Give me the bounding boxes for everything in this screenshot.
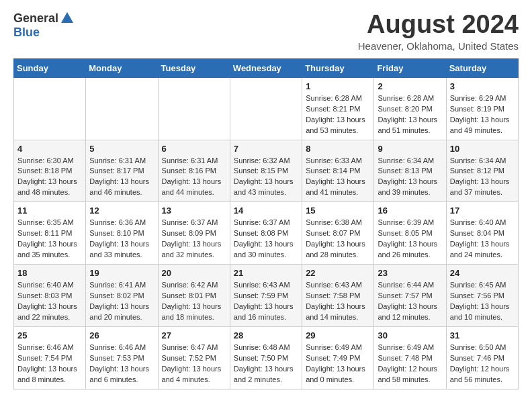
day-number: 11 bbox=[17, 205, 82, 216]
title-block: August 2024 Heavener, Oklahoma, United S… bbox=[358, 11, 519, 52]
cell-5-3: 27Sunrise: 6:47 AM Sunset: 7:52 PM Dayli… bbox=[158, 326, 230, 389]
day-number: 7 bbox=[234, 144, 298, 154]
day-number: 25 bbox=[17, 330, 82, 340]
day-number: 17 bbox=[450, 205, 515, 216]
logo-blue-text: Blue bbox=[13, 26, 40, 39]
cell-3-6: 16Sunrise: 6:39 AM Sunset: 8:05 PM Dayli… bbox=[374, 202, 446, 265]
day-number: 19 bbox=[89, 268, 154, 278]
day-info: Sunrise: 6:30 AM Sunset: 8:18 PM Dayligh… bbox=[17, 156, 82, 199]
cell-4-3: 20Sunrise: 6:42 AM Sunset: 8:01 PM Dayli… bbox=[158, 265, 230, 327]
day-info: Sunrise: 6:39 AM Sunset: 8:05 PM Dayligh… bbox=[378, 218, 442, 261]
day-info: Sunrise: 6:31 AM Sunset: 8:17 PM Dayligh… bbox=[89, 156, 154, 199]
day-number: 28 bbox=[234, 330, 298, 340]
day-number: 2 bbox=[378, 81, 442, 91]
cell-2-4: 7Sunrise: 6:32 AM Sunset: 8:15 PM Daylig… bbox=[230, 140, 302, 202]
cell-3-3: 13Sunrise: 6:37 AM Sunset: 8:09 PM Dayli… bbox=[158, 202, 230, 265]
cell-1-6: 2Sunrise: 6:28 AM Sunset: 8:20 PM Daylig… bbox=[374, 77, 446, 140]
col-thursday: Thursday bbox=[302, 58, 374, 77]
col-wednesday: Wednesday bbox=[230, 58, 302, 77]
day-info: Sunrise: 6:28 AM Sunset: 8:21 PM Dayligh… bbox=[306, 93, 370, 136]
day-info: Sunrise: 6:43 AM Sunset: 7:59 PM Dayligh… bbox=[234, 280, 298, 323]
svg-marker-0 bbox=[61, 12, 73, 23]
day-number: 20 bbox=[162, 268, 226, 278]
cell-2-7: 10Sunrise: 6:34 AM Sunset: 8:12 PM Dayli… bbox=[446, 140, 518, 202]
cell-4-4: 21Sunrise: 6:43 AM Sunset: 7:59 PM Dayli… bbox=[230, 265, 302, 327]
page-container: General Blue August 2024 Heavener, Oklah… bbox=[0, 0, 532, 400]
cell-4-6: 23Sunrise: 6:44 AM Sunset: 7:57 PM Dayli… bbox=[374, 265, 446, 327]
day-info: Sunrise: 6:41 AM Sunset: 8:02 PM Dayligh… bbox=[89, 280, 154, 323]
col-friday: Friday bbox=[374, 58, 446, 77]
cell-1-2 bbox=[86, 77, 158, 140]
day-info: Sunrise: 6:47 AM Sunset: 7:52 PM Dayligh… bbox=[162, 342, 226, 385]
day-info: Sunrise: 6:49 AM Sunset: 7:48 PM Dayligh… bbox=[378, 342, 442, 385]
day-number: 21 bbox=[234, 268, 298, 278]
day-info: Sunrise: 6:50 AM Sunset: 7:46 PM Dayligh… bbox=[450, 342, 515, 385]
day-number: 15 bbox=[306, 205, 370, 216]
cell-5-6: 30Sunrise: 6:49 AM Sunset: 7:48 PM Dayli… bbox=[374, 326, 446, 389]
cell-1-5: 1Sunrise: 6:28 AM Sunset: 8:21 PM Daylig… bbox=[302, 77, 374, 140]
cell-5-5: 29Sunrise: 6:49 AM Sunset: 7:49 PM Dayli… bbox=[302, 326, 374, 389]
day-info: Sunrise: 6:38 AM Sunset: 8:07 PM Dayligh… bbox=[306, 218, 370, 261]
logo: General Blue bbox=[13, 11, 75, 40]
day-number: 8 bbox=[306, 144, 370, 154]
day-number: 1 bbox=[306, 81, 370, 91]
day-number: 4 bbox=[17, 144, 82, 154]
cell-4-7: 24Sunrise: 6:45 AM Sunset: 7:56 PM Dayli… bbox=[446, 265, 518, 327]
day-number: 13 bbox=[162, 205, 226, 216]
week-row-3: 11Sunrise: 6:35 AM Sunset: 8:11 PM Dayli… bbox=[14, 202, 519, 265]
cell-2-3: 6Sunrise: 6:31 AM Sunset: 8:16 PM Daylig… bbox=[158, 140, 230, 202]
cell-1-3 bbox=[158, 77, 230, 140]
day-info: Sunrise: 6:37 AM Sunset: 8:08 PM Dayligh… bbox=[234, 218, 298, 261]
header: General Blue August 2024 Heavener, Oklah… bbox=[13, 11, 519, 52]
day-info: Sunrise: 6:43 AM Sunset: 7:58 PM Dayligh… bbox=[306, 280, 370, 323]
day-number: 5 bbox=[89, 144, 154, 154]
cell-1-4 bbox=[230, 77, 302, 140]
day-info: Sunrise: 6:40 AM Sunset: 8:03 PM Dayligh… bbox=[17, 280, 82, 323]
cell-2-2: 5Sunrise: 6:31 AM Sunset: 8:17 PM Daylig… bbox=[86, 140, 158, 202]
day-number: 29 bbox=[306, 330, 370, 340]
calendar-table: Sunday Monday Tuesday Wednesday Thursday… bbox=[13, 58, 519, 390]
cell-1-1 bbox=[14, 77, 86, 140]
day-number: 9 bbox=[378, 144, 442, 154]
cell-4-5: 22Sunrise: 6:43 AM Sunset: 7:58 PM Dayli… bbox=[302, 265, 374, 327]
day-info: Sunrise: 6:46 AM Sunset: 7:53 PM Dayligh… bbox=[89, 342, 154, 385]
day-info: Sunrise: 6:36 AM Sunset: 8:10 PM Dayligh… bbox=[89, 218, 154, 261]
col-monday: Monday bbox=[86, 58, 158, 77]
cell-3-5: 15Sunrise: 6:38 AM Sunset: 8:07 PM Dayli… bbox=[302, 202, 374, 265]
day-number: 16 bbox=[378, 205, 442, 216]
day-info: Sunrise: 6:34 AM Sunset: 8:13 PM Dayligh… bbox=[378, 156, 442, 199]
day-info: Sunrise: 6:29 AM Sunset: 8:19 PM Dayligh… bbox=[450, 93, 515, 136]
day-info: Sunrise: 6:49 AM Sunset: 7:49 PM Dayligh… bbox=[306, 342, 370, 385]
day-number: 22 bbox=[306, 268, 370, 278]
cell-5-4: 28Sunrise: 6:48 AM Sunset: 7:50 PM Dayli… bbox=[230, 326, 302, 389]
day-number: 3 bbox=[450, 81, 515, 91]
day-number: 30 bbox=[378, 330, 442, 340]
day-info: Sunrise: 6:34 AM Sunset: 8:12 PM Dayligh… bbox=[450, 156, 515, 199]
day-info: Sunrise: 6:46 AM Sunset: 7:54 PM Dayligh… bbox=[17, 342, 82, 385]
cell-2-1: 4Sunrise: 6:30 AM Sunset: 8:18 PM Daylig… bbox=[14, 140, 86, 202]
day-number: 12 bbox=[89, 205, 154, 216]
day-number: 27 bbox=[162, 330, 226, 340]
logo-icon bbox=[60, 11, 75, 26]
cell-3-4: 14Sunrise: 6:37 AM Sunset: 8:08 PM Dayli… bbox=[230, 202, 302, 265]
logo-general-text: General bbox=[13, 11, 58, 26]
cell-4-2: 19Sunrise: 6:41 AM Sunset: 8:02 PM Dayli… bbox=[86, 265, 158, 327]
day-info: Sunrise: 6:28 AM Sunset: 8:20 PM Dayligh… bbox=[378, 93, 442, 136]
cell-4-1: 18Sunrise: 6:40 AM Sunset: 8:03 PM Dayli… bbox=[14, 265, 86, 327]
day-info: Sunrise: 6:33 AM Sunset: 8:14 PM Dayligh… bbox=[306, 156, 370, 199]
col-saturday: Saturday bbox=[446, 58, 518, 77]
cell-3-1: 11Sunrise: 6:35 AM Sunset: 8:11 PM Dayli… bbox=[14, 202, 86, 265]
day-info: Sunrise: 6:35 AM Sunset: 8:11 PM Dayligh… bbox=[17, 218, 82, 261]
day-number: 18 bbox=[17, 268, 82, 278]
day-info: Sunrise: 6:31 AM Sunset: 8:16 PM Dayligh… bbox=[162, 156, 226, 199]
month-title: August 2024 bbox=[358, 11, 519, 39]
cell-2-6: 9Sunrise: 6:34 AM Sunset: 8:13 PM Daylig… bbox=[374, 140, 446, 202]
day-number: 10 bbox=[450, 144, 515, 154]
day-number: 14 bbox=[234, 205, 298, 216]
day-info: Sunrise: 6:45 AM Sunset: 7:56 PM Dayligh… bbox=[450, 280, 515, 323]
week-row-4: 18Sunrise: 6:40 AM Sunset: 8:03 PM Dayli… bbox=[14, 265, 519, 327]
cell-5-1: 25Sunrise: 6:46 AM Sunset: 7:54 PM Dayli… bbox=[14, 326, 86, 389]
day-info: Sunrise: 6:40 AM Sunset: 8:04 PM Dayligh… bbox=[450, 218, 515, 261]
week-row-2: 4Sunrise: 6:30 AM Sunset: 8:18 PM Daylig… bbox=[14, 140, 519, 202]
week-row-1: 1Sunrise: 6:28 AM Sunset: 8:21 PM Daylig… bbox=[14, 77, 519, 140]
